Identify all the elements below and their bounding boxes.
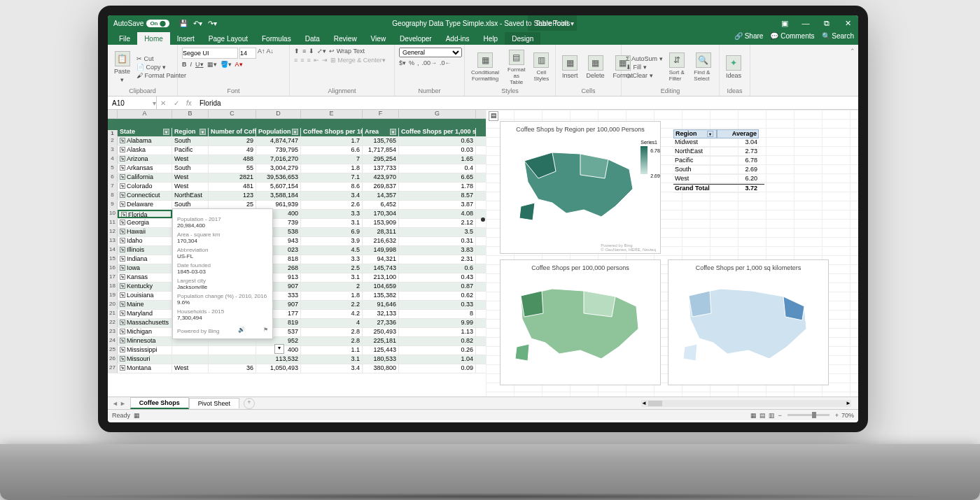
formula-input[interactable]: Florida [195,99,858,107]
border-button[interactable]: ▦▾ [207,61,217,68]
insert-cells-button[interactable]: ▦Insert [560,54,580,80]
pivot-row[interactable]: NorthEast2.73 [673,148,764,157]
decrease-indent-icon[interactable]: ⇤ [314,57,319,64]
zoom-level[interactable]: 70% [841,412,854,419]
fill-color-button[interactable]: 🪣▾ [220,61,232,68]
cell-styles-button[interactable]: ▥Cell Styles [531,51,551,83]
pivot-filter[interactable]: ▾ [707,131,713,137]
ribbon-display-options-icon[interactable]: ▣ [774,19,795,28]
maximize-icon[interactable]: ⧉ [816,19,837,28]
col-E[interactable]: E [301,110,363,118]
table-row[interactable]: 15 Indiana 818 3.3 94,321 2.31 [108,255,486,264]
font-size-select[interactable] [239,48,256,59]
filter-region[interactable]: ▾ [200,129,206,135]
delete-cells-button[interactable]: ▦Delete [584,54,607,80]
increase-font-icon[interactable]: A↑ [258,48,265,59]
format-as-table-button[interactable]: ▤Format as Table [505,48,527,87]
table-row[interactable]: 20 Maine 907 2.2 91,646 0.33 [108,301,486,310]
tab-view[interactable]: View [364,32,393,45]
col-D[interactable]: D [256,110,301,118]
insert-data-field-icon[interactable]: ▤ [489,111,498,121]
filter-area[interactable]: ▾ [390,129,396,135]
tab-data[interactable]: Data [298,32,327,45]
select-all-corner[interactable] [108,110,118,118]
table-row[interactable]: 27 Montana West 36 1,050,493 3.4 380,800… [108,364,486,373]
orientation-icon[interactable]: ⤢▾ [317,48,326,55]
normal-view-icon[interactable]: ▦ [750,412,757,419]
clear-button[interactable]: ◇ Clear ▾ [626,72,663,79]
tab-insert[interactable]: Insert [170,32,202,45]
name-box[interactable]: A10 ▾ [108,97,157,109]
tab-formulas[interactable]: Formulas [255,32,298,45]
increase-indent-icon[interactable]: ⇥ [322,57,328,64]
filter-state[interactable]: ▾ [163,129,169,135]
table-row[interactable]: 5 Arkansas South 55 3,004,279 1.8 137,73… [108,164,486,173]
fill-button[interactable]: ⬇ Fill ▾ [626,64,663,71]
table-row[interactable]: 24 Minnesota 952 2.8 225,181 0.82 [108,337,486,346]
conditional-formatting-button[interactable]: ▦Conditional Formatting [469,51,501,83]
find-select-button[interactable]: 🔍Find & Select [692,51,715,83]
autosum-button[interactable]: Σ AutoSum ▾ [626,55,663,62]
table-row[interactable]: 13 Idaho 943 3.9 216,632 0.31 [108,237,486,246]
scroll-left-icon[interactable]: ◄ [641,400,647,406]
decrease-decimal-icon[interactable]: .0← [440,59,451,66]
share-button[interactable]: 🔗 Share [734,32,763,40]
enter-formula-icon[interactable]: ✓ [174,99,179,107]
table-row[interactable]: 21 Maryland 177 4.2 32,133 8 [108,310,486,319]
card-flag-icon[interactable]: ⚑ [263,327,268,333]
table-row[interactable]: 9 Delaware South 25 961,939 2.6 6,452 3.… [108,201,486,210]
tab-home[interactable]: Home [137,32,170,45]
sheet-tab-pivot[interactable]: Pivot Sheet [189,398,239,408]
data-grid[interactable]: A B C D E F G 1 State▾ Region▾ Number of… [108,110,486,397]
paste-button[interactable]: 📋Paste▾ [112,50,132,85]
undo-icon[interactable]: ↶▾ [193,20,202,27]
close-icon[interactable]: ✕ [837,19,858,28]
table-row[interactable]: 8 Connecticut NorthEast 123 3,588,184 3.… [108,192,486,201]
underline-button[interactable]: U▾ [195,61,204,68]
table-row[interactable]: 10 Florida 400 3.3 170,304 4.08 [108,210,486,219]
map-chart-region[interactable]: Coffee Shops by Region per 100,000 Perso… [500,121,661,254]
align-bottom-icon[interactable]: ⬇ [309,48,314,55]
col-F[interactable]: F [363,110,399,118]
col-B[interactable]: B [172,110,209,118]
pivot-table[interactable]: Region▾Average Midwest3.04NorthEast2.73P… [673,129,764,193]
ideas-button[interactable]: ✦Ideas [724,54,743,80]
filter-pop[interactable]: ▾ [292,129,298,135]
comma-format-icon[interactable]: , [417,59,419,66]
page-layout-view-icon[interactable]: ▤ [760,412,766,419]
collapse-ribbon-icon[interactable]: ⌃ [850,48,855,55]
table-row[interactable]: 22 Massachusetts 819 4 27,336 9.99 [108,319,486,328]
scroll-thumb[interactable] [648,401,662,406]
italic-button[interactable]: I [190,61,192,68]
comments-button[interactable]: 💬 Comments [770,32,814,40]
table-row[interactable]: 17 Kansas 913 3.1 213,100 0.43 [108,273,486,283]
table-row[interactable]: 7 Colorado West 481 5,607,154 8.6 269,83… [108,183,486,192]
merge-center-button[interactable]: ⊞ Merge & Center▾ [330,57,386,64]
page-break-view-icon[interactable]: ▥ [769,412,775,419]
table-row[interactable]: 23 Michigan 537 2.8 250,493 1.13 [108,328,486,337]
insert-options-button[interactable]: ▾ [274,344,284,354]
cancel-formula-icon[interactable]: ✕ [160,99,166,107]
increase-decimal-icon[interactable]: .00→ [422,59,438,66]
pivot-row[interactable]: South2.69 [673,166,764,175]
pivot-row[interactable]: Midwest3.04 [673,138,764,148]
wrap-text-button[interactable]: ↩ Wrap Text [329,48,365,55]
tab-file[interactable]: File [112,32,137,45]
font-name-select[interactable] [182,48,238,59]
minimize-icon[interactable]: — [795,19,816,28]
percent-format-icon[interactable]: % [409,59,414,66]
accounting-format-icon[interactable]: $▾ [399,59,406,66]
tab-developer[interactable]: Developer [393,32,439,45]
insert-function-icon[interactable]: fx [186,99,192,107]
table-row[interactable]: 11 Georgia 739 3.1 153,909 2.12 [108,219,486,228]
number-format-select[interactable]: General [399,48,462,57]
search-box[interactable]: 🔍 Search [822,32,854,40]
zoom-out-icon[interactable]: − [778,412,781,419]
tab-addins[interactable]: Add-ins [439,32,477,45]
sort-filter-button[interactable]: ⇵Sort & Filter [667,51,688,83]
sheet-nav-prev[interactable]: ◄ [112,400,118,407]
font-color-button[interactable]: A▾ [235,61,243,68]
map-chart-per100k[interactable]: Coffee Shops per 100,000 persons [500,259,661,385]
tab-design[interactable]: Design [505,32,540,45]
table-row[interactable]: 4 Arizona West 488 7,016,270 7 295,254 1… [108,155,486,164]
